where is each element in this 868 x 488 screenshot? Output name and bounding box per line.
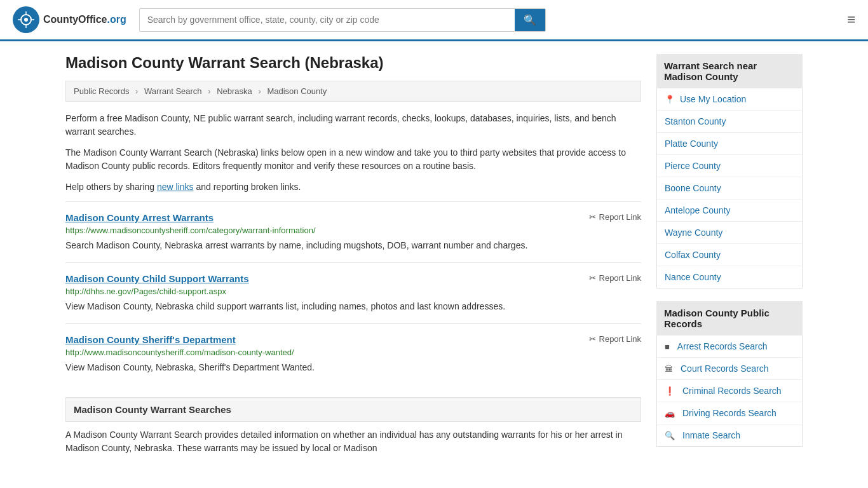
warrant-searches-text: A Madison County Warrant Search provides… xyxy=(65,428,641,455)
search-input[interactable] xyxy=(140,10,515,30)
logo-text: CountyOffice.org xyxy=(43,14,126,25)
sidebar-item-driving-records[interactable]: 🚗 Driving Records Search xyxy=(657,402,802,424)
search-bar: 🔍 xyxy=(139,8,546,32)
result-3-title[interactable]: Madison County Sheriff's Department xyxy=(65,334,236,345)
sidebar-item-inmate-search[interactable]: 🔍 Inmate Search xyxy=(657,424,802,446)
result-2-url[interactable]: http://dhhs.ne.gov/Pages/child-support.a… xyxy=(65,287,641,296)
sidebar-item-stanton[interactable]: Stanton County xyxy=(657,111,802,133)
result-2-desc: View Madison County, Nebraska child supp… xyxy=(65,300,641,313)
result-1-header: Madison County Arrest Warrants ✂ Report … xyxy=(65,212,641,223)
criminal-records-icon: ❗ xyxy=(665,386,675,396)
breadcrumb: Public Records › Warrant Search › Nebras… xyxy=(65,81,641,102)
court-records-icon: 🏛 xyxy=(665,364,673,374)
svg-point-2 xyxy=(24,18,28,22)
sidebar-item-arrest-records[interactable]: ■ Arrest Records Search xyxy=(657,336,802,358)
sidebar-item-pierce[interactable]: Pierce County xyxy=(657,155,802,177)
search-button[interactable]: 🔍 xyxy=(515,9,545,31)
logo[interactable]: CountyOffice.org xyxy=(13,6,126,33)
result-2-header: Madison County Child Support Warrants ✂ … xyxy=(65,273,641,284)
breadcrumb-madison-county[interactable]: Madison County xyxy=(267,86,327,96)
result-2: Madison County Child Support Warrants ✂ … xyxy=(65,262,641,323)
description-3: Help others by sharing new links and rep… xyxy=(65,180,641,194)
driving-records-icon: 🚗 xyxy=(665,409,675,418)
page-title: Madison County Warrant Search (Nebraska) xyxy=(65,54,641,72)
sidebar-item-wayne[interactable]: Wayne County xyxy=(657,222,802,244)
sidebar-item-criminal-records[interactable]: ❗ Criminal Records Search xyxy=(657,380,802,402)
result-3-desc: View Madison County, Nebraska, Sheriff's… xyxy=(65,361,641,374)
sidebar-item-antelope[interactable]: Antelope County xyxy=(657,200,802,222)
menu-icon[interactable]: ≡ xyxy=(847,11,855,28)
result-1-url[interactable]: https://www.madisoncountysheriff.com/cat… xyxy=(65,226,641,235)
sidebar-item-platte[interactable]: Platte County xyxy=(657,133,802,155)
result-2-report[interactable]: ✂ Report Link xyxy=(589,273,641,283)
breadcrumb-warrant-search[interactable]: Warrant Search xyxy=(144,86,202,96)
inmate-search-icon: 🔍 xyxy=(665,431,675,440)
result-3: Madison County Sheriff's Department ✂ Re… xyxy=(65,323,641,384)
sidebar-item-nance[interactable]: Nance County xyxy=(657,266,802,288)
logo-icon xyxy=(13,6,39,33)
sidebar-item-boone[interactable]: Boone County xyxy=(657,177,802,200)
result-3-url[interactable]: http://www.madisoncountysheriff.com/madi… xyxy=(65,348,641,357)
content-area: Madison County Warrant Search (Nebraska)… xyxy=(65,54,641,459)
sidebar-item-use-my-location[interactable]: 📍 Use My Location xyxy=(657,88,802,111)
description-1: Perform a free Madison County, NE public… xyxy=(65,112,641,139)
public-records-links-list: ■ Arrest Records Search 🏛 Court Records … xyxy=(656,336,803,447)
result-1-title[interactable]: Madison County Arrest Warrants xyxy=(65,212,214,223)
location-icon: 📍 xyxy=(665,95,675,104)
new-links-link[interactable]: new links xyxy=(157,182,194,192)
nearby-section-title: Warrant Search near Madison County xyxy=(656,54,803,88)
header: CountyOffice.org 🔍 ≡ xyxy=(0,0,868,41)
public-records-section-title: Madison County Public Records xyxy=(656,301,803,336)
result-1-desc: Search Madison County, Nebraska arrest w… xyxy=(65,239,641,252)
result-1-report[interactable]: ✂ Report Link xyxy=(589,212,641,222)
main-container: Madison County Warrant Search (Nebraska)… xyxy=(53,41,815,472)
sidebar-item-court-records[interactable]: 🏛 Court Records Search xyxy=(657,358,802,380)
sidebar-item-colfax[interactable]: Colfax County xyxy=(657,244,802,266)
breadcrumb-nebraska[interactable]: Nebraska xyxy=(217,86,252,96)
nearby-links-list: 📍 Use My Location Stanton County Platte … xyxy=(656,88,803,288)
warrant-searches-heading: Madison County Warrant Searches xyxy=(65,397,641,422)
description-2: The Madison County Warrant Search (Nebra… xyxy=(65,146,641,173)
result-3-header: Madison County Sheriff's Department ✂ Re… xyxy=(65,334,641,345)
result-3-report[interactable]: ✂ Report Link xyxy=(589,334,641,344)
breadcrumb-public-records[interactable]: Public Records xyxy=(74,86,129,96)
result-1: Madison County Arrest Warrants ✂ Report … xyxy=(65,201,641,262)
arrest-records-icon: ■ xyxy=(665,342,670,351)
result-2-title[interactable]: Madison County Child Support Warrants xyxy=(65,273,249,284)
sidebar: Warrant Search near Madison County 📍 Use… xyxy=(656,54,803,459)
